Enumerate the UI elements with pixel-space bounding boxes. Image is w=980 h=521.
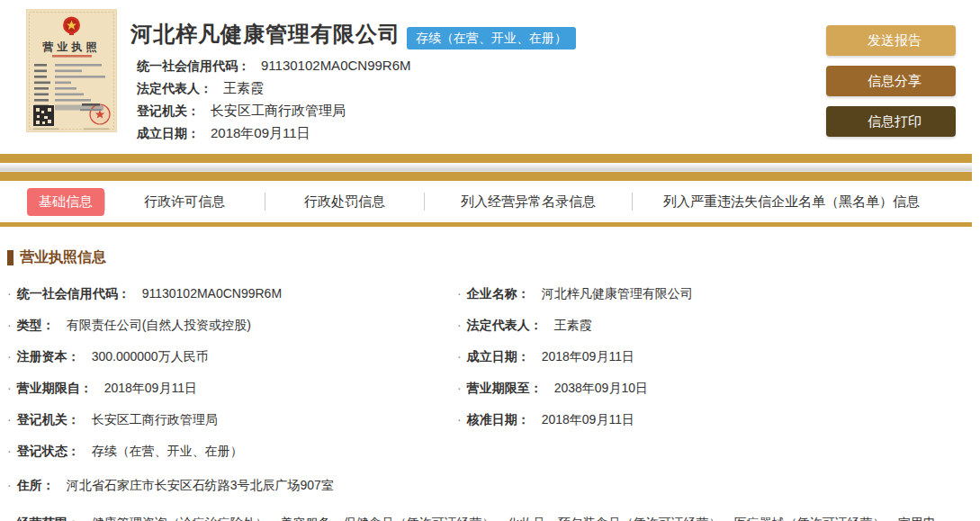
license-image-title: 营业执照 [42,40,101,53]
tab-admin-license[interactable]: 行政许可信息 [105,193,265,211]
tab-admin-penalty[interactable]: 行政处罚信息 [265,193,425,211]
info-field-company-name: ·企业名称：河北梓凡健康管理有限公司 [457,278,958,310]
business-license-image: 营业执照 [26,9,117,132]
field-value: 91130102MA0CN99R6M [261,58,411,73]
send-report-button[interactable]: 发送报告 [826,25,956,56]
gold-divider-bar-top [0,154,972,163]
info-field-term-from: ·营业期限自：2018年09月11日 [7,373,457,404]
gold-divider-bar-middle [0,172,972,181]
info-field-registered-capital: ·注册资本：300.000000万人民币 [7,341,457,373]
section-title: 营业执照信息 [20,248,106,267]
info-field-establish-date: ·成立日期：2018年09月11日 [457,341,958,373]
info-field-reg-authority: ·登记机关：长安区工商行政管理局 [7,404,457,436]
info-field-address: ·住所：河北省石家庄市长安区石纺路3号北辰广场907室 [7,467,958,505]
info-field-approval-date: ·核准日期：2018年09月11日 [457,404,958,436]
info-field-credit-code: ·统一社会信用代码：91130102MA0CN99R6M [7,278,457,310]
status-badge: 存续（在营、开业、在册） [407,27,576,49]
field-label: 统一社会信用代码： [137,58,250,73]
field-value: 2018年09月11日 [211,125,310,140]
info-print-button[interactable]: 信息打印 [826,106,956,137]
qr-code [33,105,54,126]
field-label: 登记机关： [137,103,200,118]
divider-shadow-gap [0,163,972,172]
tab-bar: 基础信息 行政许可信息 行政处罚信息 列入经营异常名录信息 列入严重违法失信企业… [0,181,972,222]
info-field-reg-status: ·登记状态：存续（在营、开业、在册） [7,436,457,467]
header-fields: 统一社会信用代码：91130102MA0CN99R6M 法定代表人：王素霞 登记… [137,54,411,144]
info-field-term-to: ·营业期限至：2038年09月10日 [457,373,958,404]
main-content: 营业执照信息 ·统一社会信用代码：91130102MA0CN99R6M ·企业名… [0,227,980,521]
field-label: 法定代表人： [137,81,212,95]
company-name: 河北梓凡健康管理有限公司 [130,20,400,49]
field-value: 王素霞 [223,80,264,95]
info-field-legal-rep: ·法定代表人：王素霞 [457,310,958,341]
license-info-grid: ·统一社会信用代码：91130102MA0CN99R6M ·企业名称：河北梓凡健… [7,278,958,521]
tab-serious-violation-blacklist[interactable]: 列入严重违法失信企业名单（黑名单）信息 [633,193,950,211]
header-field-establish-date: 成立日期：2018年09月11日 [137,121,411,144]
info-field-business-scope: ·经营范围：健康管理咨询（诊疗治疗除外）；美容服务；保健食品（凭许可证经营）、化… [7,505,958,521]
field-value: 长安区工商行政管理局 [211,103,346,118]
header-field-legal-rep: 法定代表人：王素霞 [137,76,411,99]
section-title-row: 营业执照信息 [7,248,980,267]
info-field-empty [457,436,958,467]
info-share-button[interactable]: 信息分享 [826,66,956,96]
info-field-company-type: ·类型：有限责任公司(自然人投资或控股) [7,310,457,341]
header-field-reg-authority: 登记机关：长安区工商行政管理局 [137,99,411,121]
tab-abnormal-operation-list[interactable]: 列入经营异常名录信息 [425,193,632,211]
field-label: 成立日期： [137,126,200,140]
action-buttons: 发送报告 信息分享 信息打印 [826,25,956,147]
header-field-credit-code: 统一社会信用代码：91130102MA0CN99R6M [137,54,411,76]
section-marker-icon [7,250,13,265]
company-header: 营业执照 [0,0,980,154]
official-stamp-icon [90,104,110,124]
tab-basic-info[interactable]: 基础信息 [27,188,104,216]
